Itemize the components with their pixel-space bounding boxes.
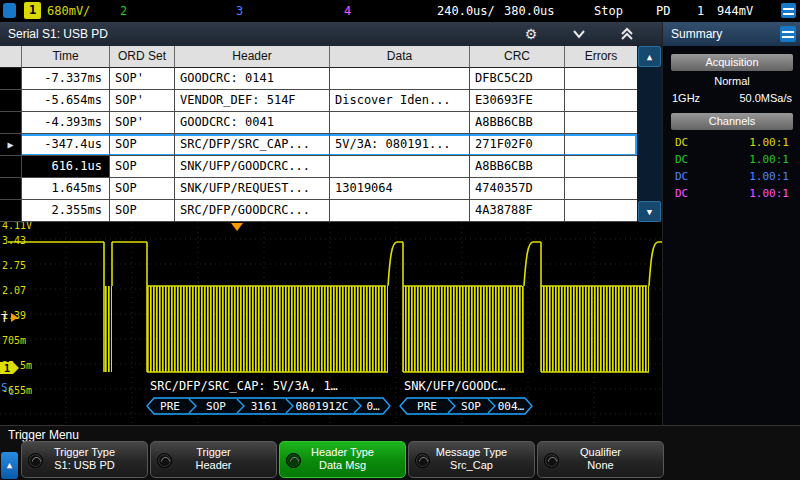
col-header: Header (175, 46, 330, 68)
cell-crc: E30693FE (470, 90, 565, 112)
cell-ord-set: SOP (110, 134, 175, 156)
v-label: 2.07 (2, 285, 26, 296)
table-row[interactable]: -4.393ms SOP' GOODCRC: 0041 A8BB6CBB (0, 112, 637, 134)
cell-time: 616.1us (22, 156, 110, 178)
ch1-probe: 1.00:1 (749, 134, 789, 151)
svg-text:PRE: PRE (160, 400, 180, 413)
cell-time: -5.654ms (22, 90, 110, 112)
cell-crc: A8BB6CBB (470, 156, 565, 178)
cell-ord-set: SOP' (110, 90, 175, 112)
table-scrollbar[interactable]: ▲ ▼ (637, 46, 662, 222)
double-chevron-up-icon[interactable] (618, 26, 636, 42)
ch3-probe: 1.00:1 (749, 168, 789, 185)
channel4-badge[interactable]: 4 (344, 4, 351, 18)
trigger-level-readout[interactable]: 944mV (717, 4, 753, 18)
serial-panel-header: Serial S1: USB PD ⚙ (0, 22, 662, 46)
menu-icon[interactable] (781, 3, 796, 18)
cell-crc: 271F02F0 (470, 134, 565, 156)
acquisition-rates: 1GHz 50.0MSa/s (663, 92, 800, 104)
softkey-message-type[interactable]: Message Type Src_Cap (408, 441, 535, 478)
col-ord-set: ORD Set (110, 46, 175, 68)
waveform-area: 4.11V 3.43 2.75 2.07 1.39 705m 25.5m -65… (0, 222, 662, 425)
scroll-down-button[interactable]: ▼ (638, 201, 661, 222)
channel3-badge[interactable]: 3 (236, 4, 243, 18)
gear-icon[interactable]: ⚙ (522, 26, 540, 42)
trigger-time-marker[interactable] (231, 223, 243, 231)
ch2-coupling: DC (675, 151, 688, 168)
cell-header: GOODCRC: 0141 (175, 68, 330, 90)
chevron-down-icon[interactable] (570, 26, 588, 42)
softkey-qualifier[interactable]: Qualifier None (537, 441, 664, 478)
channels-section-button[interactable]: Channels (671, 113, 793, 130)
summary-sidebar: Summary Acquisition Normal 1GHz 50.0MSa/… (662, 22, 800, 425)
brand-icon (3, 3, 16, 18)
channel1-badge[interactable]: 1 (24, 2, 41, 19)
cell-time: -7.337ms (22, 68, 110, 90)
cell-data: 13019064 (330, 178, 470, 200)
bandwidth-value: 1GHz (672, 92, 700, 104)
channel1-summary: DC 1.00:1 (663, 134, 800, 151)
decode-table-header: Time ORD Set Header Data CRC Errors (0, 46, 637, 68)
trigger-type-readout: PD (656, 4, 670, 18)
ch4-probe: 1.00:1 (749, 185, 789, 202)
svg-text:004…: 004… (498, 400, 525, 413)
softkey-header-type[interactable]: Header Type Data Msg (279, 441, 406, 478)
status-bar: 1 680mV/ 2 3 4 240.0us/ 380.0us Stop PD … (0, 0, 800, 22)
col-crc: CRC (470, 46, 565, 68)
cell-data (330, 200, 470, 222)
table-row-selected[interactable]: ▶ -347.4us SOP SRC/DFP/SRC_CAP... 5V/3A:… (0, 134, 637, 156)
cell-header: SRC/DFP/SRC_CAP... (175, 134, 330, 156)
cell-time: 1.645ms (22, 178, 110, 200)
ch1-coupling: DC (675, 134, 688, 151)
svg-text:S: S (1, 381, 8, 394)
channel2-summary: DC 1.00:1 (663, 151, 800, 168)
col-data: Data (330, 46, 470, 68)
softkey-trigger-type[interactable]: Trigger Type S1: USB PD (21, 441, 148, 478)
knob-icon (28, 453, 43, 468)
softkey-row: Trigger Type S1: USB PD Trigger Header H… (21, 441, 666, 478)
knob-icon (286, 453, 301, 468)
col-errors: Errors (565, 46, 637, 68)
cell-crc: 4A38788F (470, 200, 565, 222)
menu-up-button[interactable]: ▲ (1, 452, 18, 479)
channel2-badge[interactable]: 2 (120, 4, 127, 18)
v-label: 705m (2, 335, 26, 346)
summary-book-icon[interactable] (780, 26, 796, 42)
v-label: 2.75 (2, 260, 26, 271)
ch2-probe: 1.00:1 (749, 151, 789, 168)
cell-ord-set: SOP (110, 178, 175, 200)
acquisition-section-button[interactable]: Acquisition (671, 54, 793, 71)
summary-title: Summary (671, 27, 722, 41)
waveform-plot: 4.11V 3.43 2.75 2.07 1.39 705m 25.5m -65… (0, 222, 662, 425)
table-row[interactable]: -7.337ms SOP' GOODCRC: 0141 DFBC5C2D (0, 68, 637, 90)
trigger-menu-title: Trigger Menu (8, 428, 79, 442)
delay-readout[interactable]: 380.0us (504, 4, 555, 18)
svg-text:PRE: PRE (417, 400, 437, 413)
knob-icon (157, 453, 172, 468)
cell-errors (565, 200, 637, 222)
acquisition-state: Stop (594, 4, 623, 18)
table-row[interactable]: -5.654ms SOP' VENDOR_DEF: 514F Discover … (0, 90, 637, 112)
svg-text:SOP: SOP (461, 400, 481, 413)
cell-errors (565, 178, 637, 200)
channel3-summary: DC 1.00:1 (663, 168, 800, 185)
cell-errors (565, 112, 637, 134)
cell-errors (565, 156, 637, 178)
cell-ord-set: SOP (110, 156, 175, 178)
knob-icon (544, 453, 559, 468)
channel4-summary: DC 1.00:1 (663, 185, 800, 202)
channel1-scale[interactable]: 680mV/ (47, 4, 90, 18)
cell-time: 2.355ms (22, 200, 110, 222)
scroll-up-button[interactable]: ▲ (638, 46, 661, 67)
timebase-readout[interactable]: 240.0us/ (437, 4, 495, 18)
table-row[interactable]: 616.1us SOP SNK/UFP/GOODCRC... A8BB6CBB (0, 156, 637, 178)
channel1-trace (8, 242, 662, 372)
v-label: 3.43 (2, 235, 26, 246)
table-row[interactable]: 2.355ms SOP SRC/DFP/GOODCRC... 4A38788F (0, 200, 637, 222)
knob-icon (415, 453, 430, 468)
softkey-trigger[interactable]: Trigger Header (150, 441, 277, 478)
ch4-coupling: DC (675, 185, 688, 202)
serial-panel-title: Serial S1: USB PD (8, 27, 108, 41)
trigger-source-readout: 1 (697, 4, 704, 18)
table-row[interactable]: 1.645ms SOP SNK/UFP/REQUEST... 13019064 … (0, 178, 637, 200)
